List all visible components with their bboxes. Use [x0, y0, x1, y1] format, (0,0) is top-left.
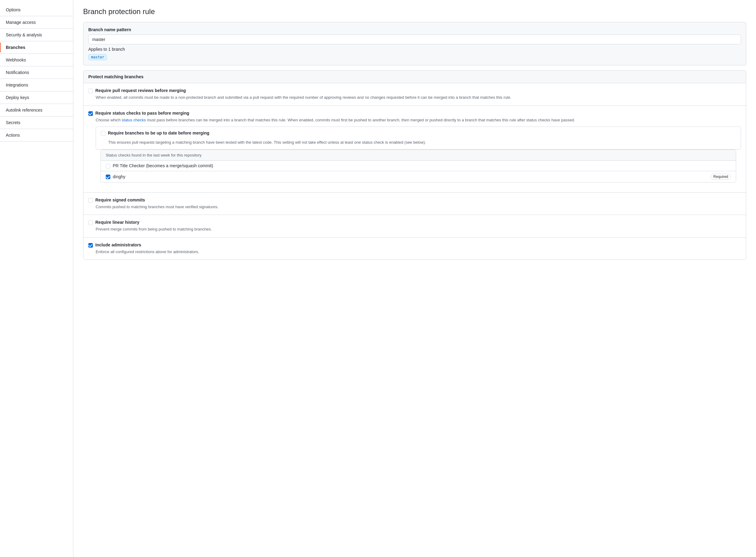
sidebar-item-actions[interactable]: Actions [0, 130, 73, 140]
checkbox-status-checks[interactable] [88, 111, 93, 116]
rule-label-up-to-date: Require branches to be up to date before… [108, 130, 209, 136]
rule-label-include-admins: Include administrators [95, 242, 141, 247]
sidebar-item-options[interactable]: Options [0, 5, 73, 15]
status-check-label-pr-title-checker: PR Title Checker (becomes a merge/squash… [113, 163, 213, 168]
rule-row-signed-commits: Require signed commitsCommits pushed to … [84, 193, 746, 215]
sidebar-item-secrets[interactable]: Secrets [0, 118, 73, 127]
status-check-row-dinghy: dinghyRequired [101, 171, 736, 182]
rule-label-linear-history: Require linear history [95, 220, 139, 225]
branch-tag: master [88, 54, 107, 60]
rule-body-signed-commits: Commits pushed to matching branches must… [88, 204, 741, 210]
checkbox-sc-dinghy[interactable] [106, 175, 110, 179]
status-checks-header: Status checks found in the last week for… [101, 150, 736, 161]
checkbox-pr-reviews[interactable] [88, 89, 93, 93]
sidebar-item-notifications[interactable]: Notifications [0, 67, 73, 77]
protect-section-title: Protect matching branches [88, 74, 144, 79]
rules-container: Require pull request reviews before merg… [84, 83, 746, 260]
main-content: Branch protection rule Branch name patte… [73, 0, 756, 557]
rule-header-linear-history: Require linear history [88, 220, 741, 225]
sidebar-divider [0, 54, 73, 54]
sidebar-divider [0, 141, 73, 142]
branch-pattern-section: Branch name pattern Applies to 1 branch … [83, 22, 746, 65]
rule-nested-up-to-date: Require branches to be up to date before… [96, 126, 741, 149]
sidebar-divider [0, 79, 73, 79]
branch-pattern-label: Branch name pattern [88, 27, 741, 32]
sidebar-item-integrations[interactable]: Integrations [0, 80, 73, 90]
rule-nested-header-up-to-date: Require branches to be up to date before… [96, 127, 741, 139]
sidebar-item-branches[interactable]: Branches [0, 42, 73, 52]
rule-header-status-checks: Require status checks to pass before mer… [88, 111, 741, 116]
checkbox-sc-pr-title-checker[interactable] [106, 164, 110, 169]
branch-pattern-input[interactable] [88, 34, 741, 44]
protect-section-header: Protect matching branches [84, 70, 746, 83]
status-checks-link[interactable]: status checks [122, 118, 146, 122]
rule-body-status-checks: Choose which status checks must pass bef… [88, 117, 741, 123]
protect-section: Protect matching branches Require pull r… [83, 70, 746, 260]
sidebar-item-deploy-keys[interactable]: Deploy keys [0, 93, 73, 102]
status-check-row-pr-title-checker: PR Title Checker (becomes a merge/squash… [101, 161, 736, 171]
sidebar: OptionsManage accessSecurity & analysisB… [0, 0, 73, 557]
status-check-left-pr-title-checker: PR Title Checker (becomes a merge/squash… [106, 163, 213, 169]
rule-label-status-checks: Require status checks to pass before mer… [95, 111, 189, 116]
page-title: Branch protection rule [83, 7, 746, 16]
checkbox-signed-commits[interactable] [88, 198, 93, 203]
rule-label-signed-commits: Require signed commits [95, 198, 145, 202]
rule-header-include-admins: Include administrators [88, 242, 741, 247]
rule-body-pr-reviews: When enabled, all commits must be made t… [88, 94, 741, 100]
rule-header-pr-reviews: Require pull request reviews before merg… [88, 88, 741, 93]
required-badge-dinghy: Required [710, 174, 731, 180]
sidebar-item-security-analysis[interactable]: Security & analysis [0, 30, 73, 40]
sidebar-item-manage-access[interactable]: Manage access [0, 18, 73, 27]
rule-body-include-admins: Enforce all configured restrictions abov… [88, 249, 741, 255]
rule-row-status-checks: Require status checks to pass before mer… [84, 106, 746, 193]
sidebar-divider [0, 41, 73, 41]
sidebar-item-webhooks[interactable]: Webhooks [0, 55, 73, 65]
sidebar-divider [0, 91, 73, 91]
checkbox-linear-history[interactable] [88, 221, 93, 225]
sidebar-divider [0, 66, 73, 66]
applies-text: Applies to 1 branch [88, 47, 741, 52]
rule-row-pr-reviews: Require pull request reviews before merg… [84, 83, 746, 106]
checkbox-include-admins[interactable] [88, 243, 93, 247]
sidebar-divider [0, 104, 73, 104]
status-check-label-dinghy: dinghy [113, 174, 125, 179]
rule-label-pr-reviews: Require pull request reviews before merg… [95, 88, 186, 93]
checkbox-up-to-date[interactable] [101, 131, 105, 136]
sidebar-divider [0, 129, 73, 129]
sidebar-item-autolink-references[interactable]: Autolink references [0, 105, 73, 115]
rule-body-linear-history: Prevent merge commits from being pushed … [88, 226, 741, 232]
status-checks-box: Status checks found in the last week for… [100, 149, 736, 182]
status-check-left-dinghy: dinghy [106, 174, 125, 179]
sidebar-divider [0, 16, 73, 16]
rule-nested-desc-up-to-date: This ensures pull requests targeting a m… [96, 139, 741, 149]
sidebar-divider [0, 28, 73, 29]
rule-header-signed-commits: Require signed commits [88, 198, 741, 203]
rule-row-include-admins: Include administratorsEnforce all config… [84, 238, 746, 260]
rule-row-linear-history: Require linear historyPrevent merge comm… [84, 215, 746, 238]
